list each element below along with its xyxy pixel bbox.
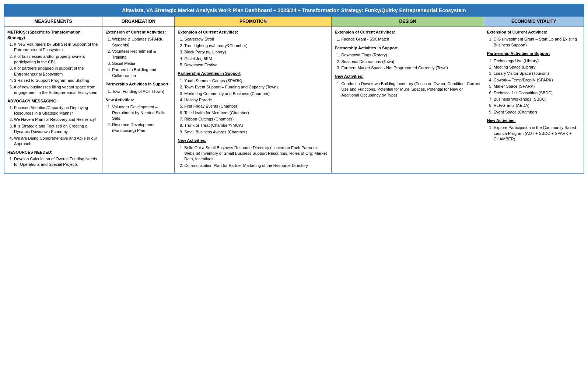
list-item: Technology Use (Library) <box>494 58 581 64</box>
list-item: Business Workshops (SBDC) <box>494 97 581 102</box>
list-item: $ Raised to Support Program and Staffing <box>14 78 99 83</box>
promo-new-title: New Activities: <box>178 138 328 143</box>
list-item: Youth Summer Camps (SPARK) <box>184 78 328 84</box>
econ-partnership-title: Partnership Activities in Support <box>487 51 581 56</box>
design-cell: Extension of Current Activities: Façade … <box>332 27 484 174</box>
list-item: Block Party (w. Library) <box>184 49 328 55</box>
list-item: Develop Calculation of Overall Funding N… <box>14 156 99 168</box>
list-item: Volunteer Recruitment & Training <box>112 49 171 60</box>
list-item: # of businesses and/or property owners p… <box>14 54 99 65</box>
list-item: Cowork – Temp/DropIN (SPARK) <box>494 77 581 83</box>
list-item: We are Being Comprehensive and Agile in … <box>14 136 99 147</box>
promo-extension-list: Scarecrow StrollTree Lighting (w/Library… <box>178 36 328 68</box>
org-extension-title: Extension of Current Activities: <box>105 29 171 35</box>
promotion-cell: Extension of Current Activities: Scarecr… <box>175 27 332 174</box>
org-new-list: Volunteer Development – Recruitment by N… <box>105 104 171 133</box>
list-item: It is Strategic and Focused on Creating … <box>14 123 99 135</box>
resources-title: RESOURCES NEEDED: <box>7 150 99 155</box>
list-item: Library Visitor Space (Tourism) <box>494 71 581 76</box>
col-header-measurements: MEASUREMENTS <box>4 17 102 27</box>
design-extension-list: Façade Grant - $5K Match <box>335 36 480 42</box>
design-new-title: New Activities: <box>335 74 480 79</box>
list-item: Seasonal Decorations (Town) <box>341 59 480 64</box>
org-new-title: New Activities: <box>105 97 171 103</box>
dashboard-table: Altavista, VA Strategic Market Analysis … <box>4 4 584 174</box>
list-item: Town Funding of AOT (Town) <box>112 89 171 94</box>
list-item: DIG (Investment Grant – Start Up and Exi… <box>494 36 581 48</box>
list-item: Downtown Festival <box>184 62 328 68</box>
promo-extension-title: Extension of Current Activities: <box>178 29 328 35</box>
list-item: RLF/Grants (AEDA) <box>494 103 581 108</box>
list-item: First Friday Events (Chamber) <box>184 104 328 109</box>
list-item: Social Media <box>112 61 171 66</box>
list-item: Downtown Flags (Rotary) <box>341 52 480 58</box>
advocacy-list: Focused Attention/Capacity on Deploying … <box>7 105 99 147</box>
list-item: Town Event Support – Funding and Capacit… <box>184 84 328 90</box>
org-extension-list: Website & Updates (SPARK Students)Volunt… <box>105 36 171 78</box>
list-item: Explore Participation in the Community B… <box>494 125 581 142</box>
col-header-economic: ECONOMIC VITALITY <box>484 17 584 27</box>
list-item: Focused Attention/Capacity on Deploying … <box>14 105 99 116</box>
promo-new-list: Build Out a Small Business Resource Dire… <box>178 145 328 169</box>
metrics-list: # New Volunteers by Skill Set in Support… <box>7 42 99 96</box>
list-item: Farmers Market Space - Not Programmed Cu… <box>341 65 480 71</box>
list-item: Trunk or Treat (Chamber/YMCA) <box>184 123 328 128</box>
list-item: Build Out a Small Business Resource Dire… <box>184 145 328 162</box>
list-item: Communication Plan for Partner Marketing… <box>184 163 328 168</box>
list-item: Resource Development (Fundraising) Plan <box>112 122 171 133</box>
list-item: Tree Lighting (w/Library&Chamber) <box>184 43 328 49</box>
list-item: Tele Health for Members (Chamber) <box>184 110 328 116</box>
econ-extension-list: DIG (Investment Grant – Start Up and Exi… <box>487 36 581 48</box>
list-item: Meeting Space (Library <box>494 64 581 70</box>
list-item: Partnership Building and Collaboration <box>112 67 171 78</box>
list-item: Marketing Community and Business (Chambe… <box>184 91 328 97</box>
design-partnership-list: Downtown Flags (Rotary)Seasonal Decorati… <box>335 52 480 71</box>
promo-partnership-list: Youth Summer Camps (SPARK)Town Event Sup… <box>178 78 328 135</box>
list-item: Small Business Awards (Chamber) <box>184 129 328 135</box>
list-item: Ribbon Cuttings (Chamber) <box>184 116 328 122</box>
list-item: # of partners engaged in support of the … <box>14 66 99 77</box>
list-item: Event Space (Chamber) <box>494 109 581 115</box>
list-item: # New Volunteers by Skill Set in Support… <box>14 42 99 53</box>
econ-new-title: New Activities: <box>487 118 581 123</box>
list-item: Maker Space (SPARK) <box>494 84 581 89</box>
list-item: We Have a Plan for Recovery and Resilien… <box>14 117 99 122</box>
design-partnership-title: Partnership Activities in Support <box>335 45 480 51</box>
dashboard-title: Altavista, VA Strategic Market Analysis … <box>4 4 584 17</box>
econ-new-list: Explore Participation in the Community B… <box>487 125 581 142</box>
list-item: Holiday Parade <box>184 97 328 103</box>
list-item: Technical 1:1 Consulting (SBDC) <box>494 90 581 96</box>
resources-list: Develop Calculation of Overall Funding N… <box>7 156 99 168</box>
list-item: Conduct a Downtown Building Inventory (F… <box>341 81 480 98</box>
promo-partnership-title: Partnership Activities in Support <box>178 71 328 76</box>
organization-cell: Extension of Current Activities: Website… <box>102 27 175 174</box>
list-item: Façade Grant - $5K Match <box>341 36 480 42</box>
org-partnership-title: Partnership Activities in Support <box>105 81 171 87</box>
list-item: Volunteer Development – Recruitment by N… <box>112 104 171 121</box>
econ-partnership-list: Technology Use (Library)Meeting Space (L… <box>487 58 581 115</box>
metrics-title: METRICS: (Specific to Transformation Str… <box>7 30 81 40</box>
col-header-organization: ORGANIZATION <box>102 17 175 27</box>
advocacy-title: ADVOCACY MESSAGING: <box>7 98 99 104</box>
econ-extension-title: Extension of Current Activities: <box>487 29 581 35</box>
org-partnership-list: Town Funding of AOT (Town) <box>105 89 171 94</box>
list-item: Giblet Jog 5KM <box>184 56 328 62</box>
economic-cell: Extension of Current Activities: DIG (In… <box>484 27 584 174</box>
measurements-cell: METRICS: (Specific to Transformation Str… <box>4 27 102 174</box>
design-extension-title: Extension of Current Activities: <box>335 29 480 35</box>
list-item: Scarecrow Stroll <box>184 36 328 42</box>
list-item: Website & Updates (SPARK Students) <box>112 36 171 48</box>
col-header-promotion: PROMOTION <box>175 17 332 27</box>
design-new-list: Conduct a Downtown Building Inventory (F… <box>335 81 480 98</box>
col-header-design: DESIGN <box>332 17 484 27</box>
list-item: # of new businesses filling vacant space… <box>14 84 99 96</box>
